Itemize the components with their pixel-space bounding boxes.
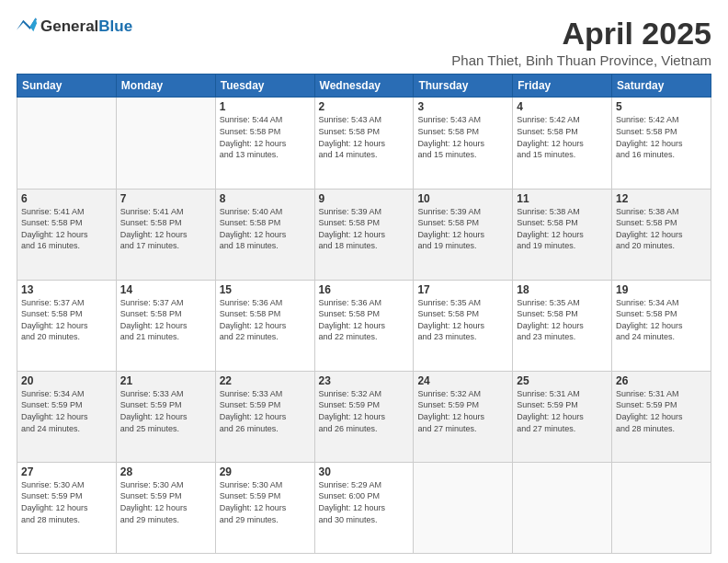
day-info: Sunrise: 5:30 AM Sunset: 5:59 PM Dayligh… <box>21 479 112 525</box>
table-row: 16Sunrise: 5:36 AM Sunset: 5:58 PM Dayli… <box>314 280 414 371</box>
calendar-week-row: 6Sunrise: 5:41 AM Sunset: 5:58 PM Daylig… <box>17 189 711 280</box>
day-number: 21 <box>120 374 211 387</box>
day-number: 24 <box>417 374 508 387</box>
day-info: Sunrise: 5:43 AM Sunset: 5:58 PM Dayligh… <box>417 114 508 160</box>
day-number: 20 <box>21 374 112 387</box>
logo-icon <box>17 17 37 37</box>
col-saturday: Saturday <box>612 75 711 98</box>
col-thursday: Thursday <box>414 75 513 98</box>
day-number: 30 <box>319 465 410 478</box>
day-number: 29 <box>220 465 311 478</box>
day-number: 23 <box>319 374 410 387</box>
day-info: Sunrise: 5:35 AM Sunset: 5:58 PM Dayligh… <box>517 297 608 343</box>
day-info: Sunrise: 5:34 AM Sunset: 5:59 PM Dayligh… <box>21 388 112 434</box>
day-info: Sunrise: 5:30 AM Sunset: 5:59 PM Dayligh… <box>220 479 311 525</box>
logo: GeneralBlue <box>17 17 132 37</box>
day-info: Sunrise: 5:39 AM Sunset: 5:58 PM Dayligh… <box>319 206 410 252</box>
day-number: 2 <box>319 100 410 113</box>
day-info: Sunrise: 5:42 AM Sunset: 5:58 PM Dayligh… <box>517 114 608 160</box>
table-row: 20Sunrise: 5:34 AM Sunset: 5:59 PM Dayli… <box>17 371 117 462</box>
table-row: 18Sunrise: 5:35 AM Sunset: 5:58 PM Dayli… <box>513 280 612 371</box>
table-row: 1Sunrise: 5:44 AM Sunset: 5:58 PM Daylig… <box>215 98 314 189</box>
day-info: Sunrise: 5:36 AM Sunset: 5:58 PM Dayligh… <box>220 297 311 343</box>
day-number: 4 <box>517 100 608 113</box>
day-number: 22 <box>220 374 311 387</box>
day-number: 17 <box>417 283 508 296</box>
logo-text: GeneralBlue <box>40 17 132 36</box>
table-row <box>414 462 513 553</box>
table-row: 3Sunrise: 5:43 AM Sunset: 5:58 PM Daylig… <box>414 98 513 189</box>
header: GeneralBlue April 2025 Phan Thiet, Binh … <box>17 17 711 68</box>
day-number: 14 <box>120 283 211 296</box>
calendar-week-row: 13Sunrise: 5:37 AM Sunset: 5:58 PM Dayli… <box>17 280 711 371</box>
table-row: 19Sunrise: 5:34 AM Sunset: 5:58 PM Dayli… <box>612 280 711 371</box>
day-number: 7 <box>120 192 211 205</box>
calendar-week-row: 27Sunrise: 5:30 AM Sunset: 5:59 PM Dayli… <box>17 462 711 553</box>
day-info: Sunrise: 5:38 AM Sunset: 5:58 PM Dayligh… <box>616 206 707 252</box>
day-number: 18 <box>517 283 608 296</box>
col-friday: Friday <box>513 75 612 98</box>
calendar-header-row: Sunday Monday Tuesday Wednesday Thursday… <box>17 75 711 98</box>
day-info: Sunrise: 5:44 AM Sunset: 5:58 PM Dayligh… <box>220 114 311 160</box>
day-number: 12 <box>616 192 707 205</box>
table-row: 6Sunrise: 5:41 AM Sunset: 5:58 PM Daylig… <box>17 189 117 280</box>
day-number: 5 <box>616 100 707 113</box>
day-number: 25 <box>517 374 608 387</box>
table-row: 23Sunrise: 5:32 AM Sunset: 5:59 PM Dayli… <box>314 371 414 462</box>
day-number: 15 <box>220 283 311 296</box>
table-row: 21Sunrise: 5:33 AM Sunset: 5:59 PM Dayli… <box>116 371 215 462</box>
col-sunday: Sunday <box>17 75 117 98</box>
table-row: 9Sunrise: 5:39 AM Sunset: 5:58 PM Daylig… <box>314 189 414 280</box>
table-row: 24Sunrise: 5:32 AM Sunset: 5:59 PM Dayli… <box>414 371 513 462</box>
svg-marker-1 <box>30 17 37 31</box>
day-info: Sunrise: 5:29 AM Sunset: 6:00 PM Dayligh… <box>319 479 410 525</box>
day-info: Sunrise: 5:31 AM Sunset: 5:59 PM Dayligh… <box>616 388 707 434</box>
table-row: 7Sunrise: 5:41 AM Sunset: 5:58 PM Daylig… <box>116 189 215 280</box>
day-info: Sunrise: 5:42 AM Sunset: 5:58 PM Dayligh… <box>616 114 707 160</box>
logo-general: General <box>40 17 98 35</box>
table-row: 26Sunrise: 5:31 AM Sunset: 5:59 PM Dayli… <box>612 371 711 462</box>
day-number: 27 <box>21 465 112 478</box>
day-info: Sunrise: 5:33 AM Sunset: 5:59 PM Dayligh… <box>220 388 311 434</box>
table-row: 22Sunrise: 5:33 AM Sunset: 5:59 PM Dayli… <box>215 371 314 462</box>
day-info: Sunrise: 5:33 AM Sunset: 5:59 PM Dayligh… <box>120 388 211 434</box>
day-number: 10 <box>417 192 508 205</box>
day-number: 13 <box>21 283 112 296</box>
day-number: 16 <box>319 283 410 296</box>
table-row <box>513 462 612 553</box>
table-row: 29Sunrise: 5:30 AM Sunset: 5:59 PM Dayli… <box>215 462 314 553</box>
table-row: 11Sunrise: 5:38 AM Sunset: 5:58 PM Dayli… <box>513 189 612 280</box>
table-row: 15Sunrise: 5:36 AM Sunset: 5:58 PM Dayli… <box>215 280 314 371</box>
page: GeneralBlue April 2025 Phan Thiet, Binh … <box>0 0 728 563</box>
day-info: Sunrise: 5:38 AM Sunset: 5:58 PM Dayligh… <box>517 206 608 252</box>
table-row <box>116 98 215 189</box>
day-info: Sunrise: 5:41 AM Sunset: 5:58 PM Dayligh… <box>21 206 112 252</box>
table-row <box>612 462 711 553</box>
calendar-week-row: 1Sunrise: 5:44 AM Sunset: 5:58 PM Daylig… <box>17 98 711 189</box>
day-number: 26 <box>616 374 707 387</box>
table-row: 27Sunrise: 5:30 AM Sunset: 5:59 PM Dayli… <box>17 462 117 553</box>
col-tuesday: Tuesday <box>215 75 314 98</box>
day-info: Sunrise: 5:32 AM Sunset: 5:59 PM Dayligh… <box>417 388 508 434</box>
day-number: 3 <box>417 100 508 113</box>
table-row: 5Sunrise: 5:42 AM Sunset: 5:58 PM Daylig… <box>612 98 711 189</box>
day-number: 6 <box>21 192 112 205</box>
calendar-week-row: 20Sunrise: 5:34 AM Sunset: 5:59 PM Dayli… <box>17 371 711 462</box>
day-number: 28 <box>120 465 211 478</box>
day-info: Sunrise: 5:35 AM Sunset: 5:58 PM Dayligh… <box>417 297 508 343</box>
col-monday: Monday <box>116 75 215 98</box>
day-number: 9 <box>319 192 410 205</box>
day-number: 8 <box>220 192 311 205</box>
day-info: Sunrise: 5:36 AM Sunset: 5:58 PM Dayligh… <box>319 297 410 343</box>
day-info: Sunrise: 5:37 AM Sunset: 5:58 PM Dayligh… <box>120 297 211 343</box>
day-info: Sunrise: 5:30 AM Sunset: 5:59 PM Dayligh… <box>120 479 211 525</box>
day-info: Sunrise: 5:43 AM Sunset: 5:58 PM Dayligh… <box>319 114 410 160</box>
table-row <box>17 98 117 189</box>
table-row: 25Sunrise: 5:31 AM Sunset: 5:59 PM Dayli… <box>513 371 612 462</box>
col-wednesday: Wednesday <box>314 75 414 98</box>
table-row: 17Sunrise: 5:35 AM Sunset: 5:58 PM Dayli… <box>414 280 513 371</box>
table-row: 10Sunrise: 5:39 AM Sunset: 5:58 PM Dayli… <box>414 189 513 280</box>
day-info: Sunrise: 5:31 AM Sunset: 5:59 PM Dayligh… <box>517 388 608 434</box>
day-info: Sunrise: 5:41 AM Sunset: 5:58 PM Dayligh… <box>120 206 211 252</box>
table-row: 8Sunrise: 5:40 AM Sunset: 5:58 PM Daylig… <box>215 189 314 280</box>
